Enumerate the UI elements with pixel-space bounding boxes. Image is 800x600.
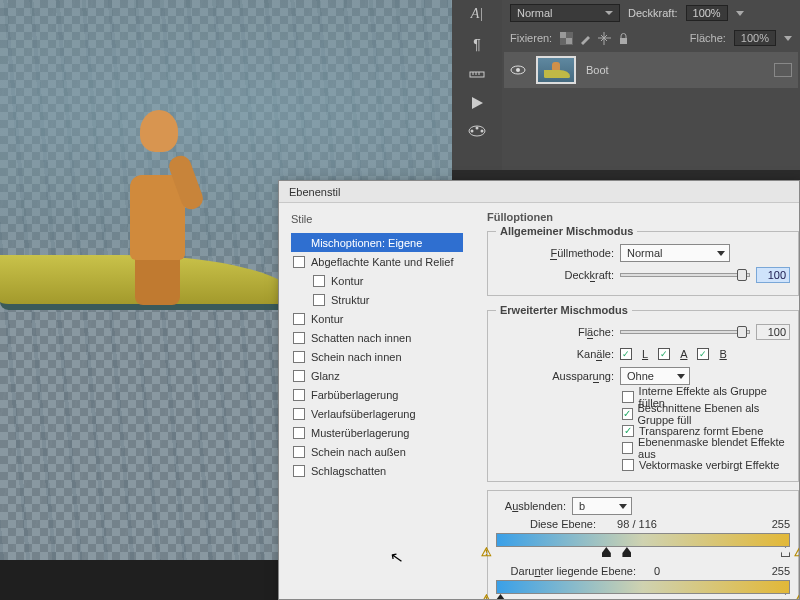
style-item[interactable]: Farbüberlagerung <box>291 385 463 404</box>
checkbox-icon[interactable] <box>293 332 305 344</box>
checkbox-icon[interactable] <box>293 370 305 382</box>
warning-icon: ⚠ <box>794 545 799 559</box>
lock-pixels-icon[interactable] <box>579 32 592 45</box>
checkbox-icon[interactable]: ✓ <box>622 408 633 420</box>
style-item[interactable]: Struktur <box>291 290 463 309</box>
opacity-value[interactable]: 100% <box>686 5 728 21</box>
fill-slider[interactable] <box>620 330 750 334</box>
style-item[interactable]: Mischoptionen: Eigene <box>291 233 463 252</box>
layer-thumbnail[interactable] <box>536 56 576 84</box>
style-item-label: Abgeflachte Kante und Relief <box>311 256 454 268</box>
blendif-select[interactable]: b <box>572 497 632 515</box>
this-layer-values: 98 / 116 <box>602 518 672 530</box>
dialog-fill-value[interactable]: 100 <box>756 324 790 340</box>
checkbox-icon[interactable] <box>293 427 305 439</box>
this-layer-gradient[interactable] <box>496 533 790 547</box>
layer-fx-icon[interactable] <box>774 63 792 77</box>
checkbox-icon[interactable] <box>293 408 305 420</box>
lock-label: Fixieren: <box>510 32 552 44</box>
style-item-label: Musterüberlagerung <box>311 427 409 439</box>
under-layer-gradient[interactable] <box>496 580 790 594</box>
general-blend-legend: Allgemeiner Mischmodus <box>496 225 637 237</box>
channel-label: A <box>680 348 687 360</box>
paragraph-panel-icon[interactable]: ¶ <box>473 36 481 52</box>
layer-style-dialog: Ebenenstil Stile Mischoptionen: EigeneAb… <box>278 180 800 600</box>
lock-all-icon[interactable] <box>617 32 630 45</box>
layer-row[interactable]: Boot <box>504 52 798 88</box>
checkbox-icon[interactable] <box>293 465 305 477</box>
svg-rect-0 <box>470 72 484 77</box>
chevron-down-icon <box>605 11 613 15</box>
layer-name[interactable]: Boot <box>586 64 764 76</box>
fill-method-select[interactable]: Normal <box>620 244 730 262</box>
this-layer-white: 255 <box>772 518 790 530</box>
style-item[interactable]: Schein nach außen <box>291 442 463 461</box>
style-item[interactable]: Glanz <box>291 366 463 385</box>
play-icon[interactable] <box>470 96 484 110</box>
style-item[interactable]: Schatten nach innen <box>291 328 463 347</box>
measurement-panel-icon[interactable] <box>469 66 485 82</box>
style-item-label: Schein nach innen <box>311 351 402 363</box>
style-item[interactable]: Musterüberlagerung <box>291 423 463 442</box>
style-item-label: Kontur <box>331 275 363 287</box>
warning-icon: ⚠ <box>794 592 799 599</box>
fisherman-shape <box>120 110 200 260</box>
this-layer-stops[interactable]: ⚠ ⚠ <box>496 547 790 559</box>
style-item-label: Verlaufsüberlagerung <box>311 408 416 420</box>
svg-point-6 <box>471 130 474 133</box>
lock-position-icon[interactable] <box>598 32 611 45</box>
blend-mode-select[interactable]: Normal <box>510 4 620 22</box>
option-checkbox-row[interactable]: Vektormaske verbirgt Effekte <box>496 456 790 473</box>
svg-rect-12 <box>620 38 627 44</box>
svg-rect-10 <box>560 32 566 38</box>
character-panel-icon[interactable]: A| <box>471 6 483 22</box>
checkbox-icon[interactable] <box>313 294 325 306</box>
blendif-value: b <box>579 500 585 512</box>
style-item-label: Kontur <box>311 313 343 325</box>
this-layer-label: Diese Ebene: <box>496 518 596 530</box>
advanced-blend-group: Erweiterter Mischmodus Fläche: 100 Kanäl… <box>487 304 799 482</box>
checkbox-icon[interactable]: ✓ <box>622 425 634 437</box>
adv-blend-legend: Erweiterter Mischmodus <box>496 304 632 316</box>
fill-value[interactable]: 100% <box>734 30 776 46</box>
dialog-opacity-value[interactable]: 100 <box>756 267 790 283</box>
channel-checkbox[interactable]: ✓ <box>620 348 632 360</box>
checkbox-icon[interactable] <box>293 351 305 363</box>
checkbox-icon[interactable] <box>622 391 634 403</box>
checkbox-icon[interactable] <box>293 256 305 268</box>
style-item-label: Struktur <box>331 294 370 306</box>
opacity-slider[interactable] <box>620 273 750 277</box>
option-checkbox-row[interactable]: ✓Beschnittene Ebenen als Gruppe füll <box>496 405 790 422</box>
style-item[interactable]: Schein nach innen <box>291 347 463 366</box>
chevron-down-icon <box>677 374 685 379</box>
under-layer-stops[interactable]: ⚠ ⚠ <box>496 594 790 599</box>
styles-header: Stile <box>291 213 463 225</box>
checkbox-icon[interactable] <box>313 275 325 287</box>
channel-checkbox[interactable]: ✓ <box>697 348 709 360</box>
opacity-stepper-icon[interactable] <box>736 11 744 16</box>
under-layer-label: Darunter liegende Ebene: <box>496 565 636 577</box>
checkbox-icon[interactable] <box>293 446 305 458</box>
channel-checkbox[interactable]: ✓ <box>658 348 670 360</box>
style-item[interactable]: Kontur <box>291 271 463 290</box>
knockout-select[interactable]: Ohne <box>620 367 690 385</box>
fill-stepper-icon[interactable] <box>784 36 792 41</box>
checkbox-icon[interactable] <box>622 459 634 471</box>
checkbox-icon[interactable] <box>293 389 305 401</box>
blendif-label: Ausblenden: <box>496 500 566 512</box>
option-checkbox-row[interactable]: Ebenenmaske blendet Effekte aus <box>496 439 790 456</box>
channel-label: B <box>719 348 726 360</box>
lock-transparency-icon[interactable] <box>560 32 573 45</box>
style-item-label: Schatten nach innen <box>311 332 411 344</box>
style-item[interactable]: Abgeflachte Kante und Relief <box>291 252 463 271</box>
checkbox-icon[interactable] <box>622 442 633 454</box>
style-item[interactable]: Kontur <box>291 309 463 328</box>
svg-marker-4 <box>472 97 483 109</box>
style-item[interactable]: Schlagschatten <box>291 461 463 480</box>
style-item[interactable]: Verlaufsüberlagerung <box>291 404 463 423</box>
dialog-fill-label: Fläche: <box>496 326 614 338</box>
warning-icon: ⚠ <box>481 592 492 599</box>
checkbox-icon[interactable] <box>293 313 305 325</box>
swatches-panel-icon[interactable] <box>468 124 486 138</box>
visibility-icon[interactable] <box>510 62 526 78</box>
